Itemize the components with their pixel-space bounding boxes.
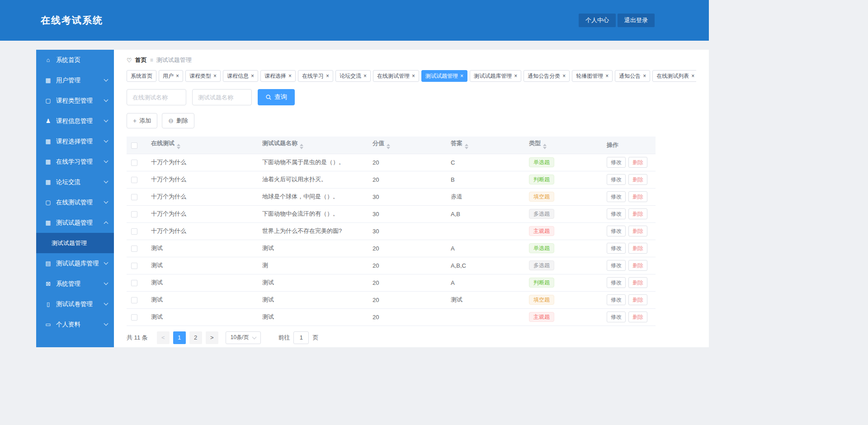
page-size-select[interactable]: 10条/页 bbox=[226, 331, 261, 344]
edit-button[interactable]: 修改 bbox=[607, 157, 626, 168]
tab-course-select[interactable]: 课程选择× bbox=[260, 70, 296, 82]
delete-button[interactable]: 删除 bbox=[628, 312, 647, 322]
close-icon[interactable]: × bbox=[605, 73, 609, 79]
close-icon[interactable]: × bbox=[460, 73, 463, 79]
online-test-name-input[interactable] bbox=[127, 89, 186, 105]
prev-page-button[interactable]: < bbox=[157, 331, 170, 344]
delete-button[interactable]: ⊖ 删除 bbox=[162, 113, 194, 128]
goto-suffix-label: 页 bbox=[312, 334, 318, 342]
sidebar-item-user-management[interactable]: ▦ 用户管理 bbox=[36, 70, 114, 90]
sidebar-item-personal-profile[interactable]: ▭ 个人资料 bbox=[36, 314, 114, 335]
goto-page-input[interactable] bbox=[293, 331, 309, 344]
personal-center-button[interactable]: 个人中心 bbox=[579, 14, 616, 27]
sidebar-item-course-type-management[interactable]: ▢ 课程类型管理 bbox=[36, 90, 114, 111]
tab-system-home[interactable]: 系统首页 bbox=[127, 70, 156, 82]
tab-course-info[interactable]: 课程信息× bbox=[223, 70, 258, 82]
sidebar-item-system-home[interactable]: ⌂ 系统首页 bbox=[36, 50, 114, 70]
sidebar-item-system-management[interactable]: ⊠ 系统管理 bbox=[36, 274, 114, 294]
sidebar-item-test-question-bank-management[interactable]: ▤ 测试试题库管理 bbox=[36, 253, 114, 274]
type-badge: 判断题 bbox=[529, 278, 554, 288]
page-button-2[interactable]: 2 bbox=[189, 331, 202, 344]
query-button[interactable]: 查询 bbox=[258, 89, 295, 105]
close-icon[interactable]: × bbox=[251, 73, 254, 79]
close-icon[interactable]: × bbox=[562, 73, 566, 79]
delete-button[interactable]: 删除 bbox=[628, 191, 647, 202]
page-button-1[interactable]: 1 bbox=[173, 331, 186, 344]
cell-online-test: 测试 bbox=[146, 291, 258, 308]
tab-online-test-management[interactable]: 在线测试管理× bbox=[373, 70, 419, 82]
chat-icon: ▤ bbox=[44, 260, 52, 267]
select-all-checkbox[interactable] bbox=[131, 142, 137, 149]
row-checkbox[interactable] bbox=[131, 228, 137, 235]
edit-button[interactable]: 修改 bbox=[607, 294, 626, 305]
cell-question-name: 测试 bbox=[258, 291, 368, 308]
header-actions: 个人中心 退出登录 bbox=[579, 14, 655, 27]
sidebar-item-forum-exchange[interactable]: ▦ 论坛交流 bbox=[36, 172, 114, 192]
edit-button[interactable]: 修改 bbox=[607, 208, 626, 219]
delete-button[interactable]: 删除 bbox=[628, 260, 647, 271]
edit-button[interactable]: 修改 bbox=[607, 243, 626, 254]
delete-button[interactable]: 删除 bbox=[628, 174, 647, 185]
sidebar-item-online-learning-management[interactable]: ▦ 在线学习管理 bbox=[36, 151, 114, 172]
tab-online-learning[interactable]: 在线学习× bbox=[298, 70, 333, 82]
row-checkbox[interactable] bbox=[131, 263, 137, 269]
sort-icon[interactable] bbox=[543, 142, 547, 151]
tab-test-question-bank-management[interactable]: 测试试题库管理× bbox=[470, 70, 521, 82]
tab-course-type[interactable]: 课程类型× bbox=[185, 70, 221, 82]
close-icon[interactable]: × bbox=[514, 73, 517, 79]
search-row: 查询 bbox=[127, 89, 696, 105]
sort-icon[interactable] bbox=[177, 142, 180, 151]
edit-button[interactable]: 修改 bbox=[607, 226, 626, 236]
sort-icon[interactable] bbox=[465, 142, 468, 151]
sidebar-item-online-test-management[interactable]: ▢ 在线测试管理 bbox=[36, 192, 114, 212]
cell-online-test: 十万个为什么 bbox=[146, 205, 258, 222]
question-name-input[interactable] bbox=[192, 89, 252, 105]
sidebar-item-course-selection-management[interactable]: ▦ 课程选择管理 bbox=[36, 131, 114, 151]
close-icon[interactable]: × bbox=[691, 73, 694, 79]
delete-button[interactable]: 删除 bbox=[628, 226, 647, 236]
sidebar-item-test-paper-management[interactable]: ▯ 测试试卷管理 bbox=[36, 294, 114, 314]
close-icon[interactable]: × bbox=[326, 73, 329, 79]
row-checkbox[interactable] bbox=[131, 160, 137, 166]
row-checkbox[interactable] bbox=[131, 297, 137, 303]
next-page-button[interactable]: > bbox=[206, 331, 218, 344]
edit-button[interactable]: 修改 bbox=[607, 312, 626, 322]
logout-button[interactable]: 退出登录 bbox=[618, 14, 655, 27]
add-button[interactable]: + 添加 bbox=[127, 113, 157, 128]
close-icon[interactable]: × bbox=[176, 73, 179, 79]
edit-button[interactable]: 修改 bbox=[607, 191, 626, 202]
tab-online-test-list[interactable]: 在线测试列表× bbox=[652, 70, 696, 82]
close-icon[interactable]: × bbox=[363, 73, 367, 79]
close-icon[interactable]: × bbox=[643, 73, 646, 79]
tab-carousel-management[interactable]: 轮播图管理× bbox=[572, 70, 613, 82]
tab-notice-category[interactable]: 通知公告分类× bbox=[524, 70, 570, 82]
close-icon[interactable]: × bbox=[412, 73, 415, 79]
delete-button[interactable]: 删除 bbox=[628, 243, 647, 254]
type-badge: 多选题 bbox=[529, 209, 554, 219]
tab-notice[interactable]: 通知公告× bbox=[615, 70, 650, 82]
delete-button[interactable]: 删除 bbox=[628, 277, 647, 288]
close-icon[interactable]: × bbox=[288, 73, 292, 79]
sort-icon[interactable] bbox=[387, 142, 390, 151]
tab-test-question-management[interactable]: 测试试题管理× bbox=[421, 70, 467, 82]
row-checkbox[interactable] bbox=[131, 211, 137, 217]
tab-user[interactable]: 用户× bbox=[159, 70, 183, 82]
sidebar-item-test-question-management[interactable]: ▦ 测试试题管理 bbox=[36, 212, 114, 233]
row-checkbox[interactable] bbox=[131, 194, 137, 200]
breadcrumb-home[interactable]: 首页 bbox=[135, 56, 147, 64]
delete-button[interactable]: 删除 bbox=[628, 208, 647, 219]
row-checkbox[interactable] bbox=[131, 314, 137, 321]
row-checkbox[interactable] bbox=[131, 246, 137, 252]
row-checkbox[interactable] bbox=[131, 177, 137, 183]
edit-button[interactable]: 修改 bbox=[607, 277, 626, 288]
sidebar-subitem-test-question-management[interactable]: 测试试题管理 bbox=[36, 233, 114, 253]
delete-button[interactable]: 删除 bbox=[628, 294, 647, 305]
tab-forum[interactable]: 论坛交流× bbox=[335, 70, 371, 82]
edit-button[interactable]: 修改 bbox=[607, 174, 626, 185]
sidebar-item-course-info-management[interactable]: ♟ 课程信息管理 bbox=[36, 111, 114, 131]
sort-icon[interactable] bbox=[300, 142, 303, 151]
edit-button[interactable]: 修改 bbox=[607, 260, 626, 271]
row-checkbox[interactable] bbox=[131, 280, 137, 286]
delete-button[interactable]: 删除 bbox=[628, 157, 647, 168]
close-icon[interactable]: × bbox=[213, 73, 217, 79]
